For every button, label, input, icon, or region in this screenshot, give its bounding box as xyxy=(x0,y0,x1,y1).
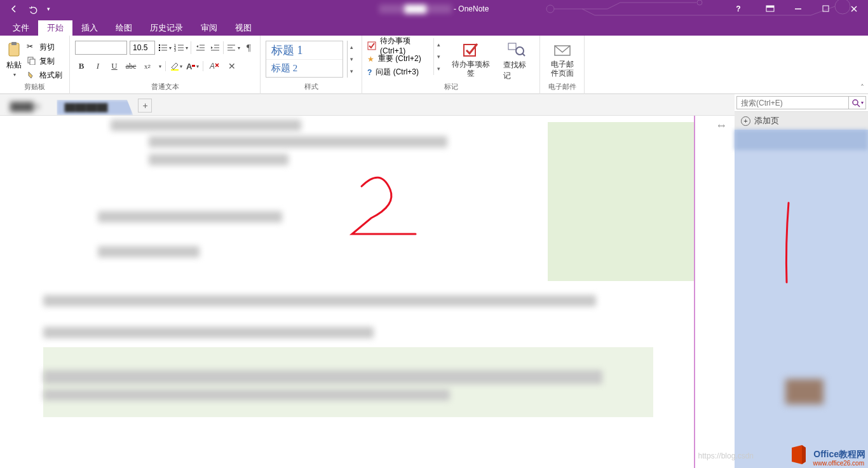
paragraph-mark-button[interactable]: ¶ xyxy=(243,41,255,54)
underline-button[interactable]: U xyxy=(108,60,121,72)
qat-customize-icon[interactable]: ▾ xyxy=(47,6,50,12)
bold-button[interactable]: B xyxy=(75,60,88,72)
maximize-button[interactable] xyxy=(812,0,840,18)
cut-button[interactable]: ✂剪切 xyxy=(27,41,62,53)
group-label-text: 普通文本 xyxy=(75,82,255,93)
outdent-button[interactable] xyxy=(194,41,206,54)
window-title: ████ - OneNote xyxy=(379,4,489,13)
help-button[interactable]: ? xyxy=(724,0,752,18)
group-basic-text: ▾ 123▾ ▾ ¶ B I U abc x2 ▾ ▾ A▾ A xyxy=(70,36,261,94)
tab-home[interactable]: 开始 xyxy=(38,20,72,36)
group-styles: 标题 1 标题 2 ▴▾▾ 样式 xyxy=(261,36,362,94)
style-heading1[interactable]: 标题 1 xyxy=(266,41,342,60)
tab-view[interactable]: 视图 xyxy=(226,20,261,36)
tag-todo[interactable]: 待办事项 (Ctrl+1) xyxy=(367,39,431,52)
font-name-combo[interactable] xyxy=(75,41,127,55)
svg-rect-4 xyxy=(766,6,774,8)
numbering-button[interactable]: 123▾ xyxy=(174,41,188,54)
collapse-ribbon-icon[interactable]: ˄ xyxy=(860,83,864,92)
bullets-button[interactable]: ▾ xyxy=(158,41,172,54)
indent-button[interactable] xyxy=(208,41,220,54)
align-button[interactable]: ▾ xyxy=(226,41,240,54)
ink-annotation-2 xyxy=(339,170,435,253)
svg-line-39 xyxy=(522,53,525,56)
tab-history[interactable]: 历史记录 xyxy=(141,20,192,36)
expand-page-icon[interactable]: ⤢ xyxy=(715,120,728,132)
script-dropdown[interactable]: ▾ xyxy=(159,64,161,69)
strike-button[interactable]: abc xyxy=(125,60,137,72)
font-color-button[interactable]: A▾ xyxy=(186,60,199,72)
copy-icon xyxy=(27,56,37,66)
question-icon: ? xyxy=(367,68,372,77)
svg-rect-8 xyxy=(11,42,17,45)
svg-point-41 xyxy=(853,100,858,105)
email-page-button[interactable]: 电子邮件页面 xyxy=(545,38,579,78)
ink-annotation-1 xyxy=(779,200,798,289)
clear-formatting-button[interactable]: A xyxy=(207,60,221,72)
checkbox-icon xyxy=(367,41,376,50)
group-tags: 待办事项 (Ctrl+1) ★重要 (Ctrl+2) ?问题 (Ctrl+3) … xyxy=(362,36,540,94)
tab-review[interactable]: 审阅 xyxy=(192,20,226,36)
svg-line-42 xyxy=(857,104,860,107)
office-logo-icon xyxy=(788,444,810,465)
group-clipboard: 粘贴▾ ✂剪切 复制 格式刷 剪贴板 xyxy=(0,36,70,94)
search-button[interactable]: ▾ xyxy=(848,96,866,109)
ribbon: 粘贴▾ ✂剪切 复制 格式刷 剪贴板 ▾ 123▾ ▾ ¶ xyxy=(0,36,868,94)
tags-scroll[interactable]: ▴▾▾ xyxy=(433,38,442,75)
title-bar: ▾ ████ - OneNote ? xyxy=(0,0,868,18)
tab-insert[interactable]: 插入 xyxy=(72,20,107,36)
watermark-url: www.office26.com xyxy=(813,460,864,467)
copy-button[interactable]: 复制 xyxy=(27,55,62,67)
page-list[interactable] xyxy=(735,130,868,468)
section-tabs-bar: ████ ▾ ████████ + xyxy=(0,94,735,116)
svg-text:A: A xyxy=(209,62,215,71)
svg-point-0 xyxy=(546,5,554,13)
page-canvas[interactable] xyxy=(0,116,699,468)
styles-scroll[interactable]: ▴▾▾ xyxy=(347,41,356,78)
page-thumbnail xyxy=(785,379,824,404)
tab-file[interactable]: 文件 xyxy=(4,20,38,36)
format-painter-button[interactable]: 格式刷 xyxy=(27,69,62,81)
group-label-tags: 标记 xyxy=(367,82,534,93)
todo-tag-button[interactable]: 待办事项标签 xyxy=(447,38,496,78)
notebook-dropdown[interactable]: ████ ▾ xyxy=(0,98,50,115)
group-label-email: 电子邮件 xyxy=(545,82,579,93)
page-item-selected[interactable] xyxy=(735,130,868,150)
undo-icon[interactable] xyxy=(28,4,38,14)
tags-gallery[interactable]: 待办事项 (Ctrl+1) ★重要 (Ctrl+2) ?问题 (Ctrl+3) xyxy=(367,39,431,78)
delete-button[interactable]: ✕ xyxy=(225,60,239,72)
tag-question[interactable]: ?问题 (Ctrl+3) xyxy=(367,66,431,78)
ribbon-tabs: 文件 开始 插入 绘图 历史记录 审阅 视图 xyxy=(0,18,868,36)
tab-draw[interactable]: 绘图 xyxy=(107,20,141,36)
workspace: ████ ▾ ████████ + ⤢ ▾ + xyxy=(0,94,868,468)
background-url-text: https://blog.csdn xyxy=(698,451,754,460)
italic-button[interactable]: I xyxy=(92,60,104,72)
font-size-combo[interactable] xyxy=(130,41,155,55)
highlight-button[interactable]: ▾ xyxy=(170,60,182,72)
back-icon[interactable] xyxy=(9,4,19,14)
minimize-button[interactable] xyxy=(784,0,812,18)
search-input[interactable] xyxy=(736,96,848,109)
styles-gallery[interactable]: 标题 1 标题 2 xyxy=(266,41,343,78)
svg-point-15 xyxy=(159,50,160,51)
section-tab-active[interactable]: ████████ xyxy=(57,100,133,115)
svg-point-13 xyxy=(159,47,160,48)
paste-button[interactable]: 粘贴▾ xyxy=(5,38,23,78)
svg-point-1 xyxy=(697,0,702,5)
ribbon-display-icon[interactable] xyxy=(756,0,784,18)
svg-rect-37 xyxy=(508,43,516,50)
svg-point-11 xyxy=(159,45,160,46)
svg-rect-10 xyxy=(30,59,35,65)
find-tags-button[interactable]: 查找标记 xyxy=(499,38,534,81)
style-heading2[interactable]: 标题 2 xyxy=(266,60,342,78)
close-button[interactable] xyxy=(840,0,868,18)
group-email: 电子邮件页面 电子邮件 xyxy=(540,36,585,94)
tag-important[interactable]: ★重要 (Ctrl+2) xyxy=(367,53,431,65)
brush-icon xyxy=(27,70,37,80)
plus-icon: + xyxy=(741,116,750,126)
subscript-button[interactable]: x2 xyxy=(141,60,154,72)
svg-text:3: 3 xyxy=(174,48,176,52)
group-label-styles: 样式 xyxy=(266,82,356,93)
add-section-button[interactable]: + xyxy=(138,99,152,113)
add-page-button[interactable]: + 添加页 xyxy=(735,112,868,130)
